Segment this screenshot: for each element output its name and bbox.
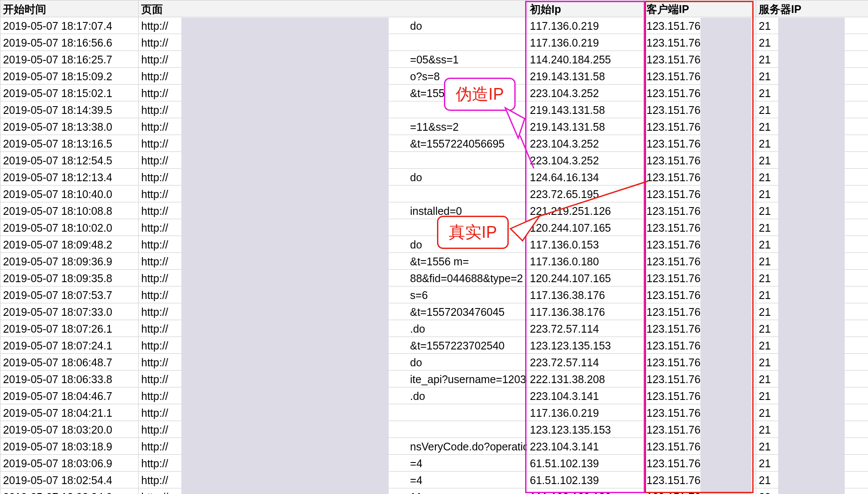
page-url-prefix: http:// bbox=[141, 289, 168, 301]
cell-start-time: 2019-05-07 18:10:40.0 bbox=[0, 186, 139, 202]
col-client-ip[interactable]: 客户端IP bbox=[644, 0, 756, 17]
cell-client-ip: 123.151.76 bbox=[644, 186, 756, 202]
cell-client-ip: 123.151.76 bbox=[644, 219, 756, 236]
table-row[interactable]: 2019-05-07 18:04:46.7http://.do223.104.3… bbox=[0, 387, 868, 404]
page-url-prefix: http:// bbox=[141, 171, 168, 183]
table-row[interactable]: 2019-05-07 18:07:53.7http://s=6117.136.3… bbox=[0, 286, 868, 303]
table-row[interactable]: 2019-05-07 18:14:39.5http://219.143.131.… bbox=[0, 101, 868, 118]
cell-initial-ip: 61.51.102.139 bbox=[527, 472, 644, 488]
cell-initial-ip: 114.240.184.255 bbox=[527, 51, 644, 68]
col-page[interactable]: 页面 bbox=[139, 0, 527, 17]
page-url-prefix: http:// bbox=[141, 340, 168, 352]
cell-server-ip: 21 bbox=[756, 51, 868, 68]
page-url-prefix: http:// bbox=[141, 323, 168, 335]
cell-server-ip: 21 bbox=[756, 17, 868, 34]
cell-start-time: 2019-05-07 18:10:02.0 bbox=[0, 219, 139, 236]
table-row[interactable]: 2019-05-07 18:06:33.8http://ite_api?user… bbox=[0, 371, 868, 387]
cell-start-time: 2019-05-07 18:09:36.9 bbox=[0, 253, 139, 270]
page-url-prefix: http:// bbox=[141, 222, 168, 234]
page-url-suffix: &t=1556 m= bbox=[410, 255, 469, 267]
cell-client-ip: 123.151.76 bbox=[644, 85, 756, 101]
table-row[interactable]: 2019-05-07 18:17:07.4http://do117.136.0.… bbox=[0, 17, 868, 34]
cell-client-ip: 123.151.76 bbox=[644, 303, 756, 320]
cell-page: http://=4 bbox=[139, 472, 527, 488]
page-url-prefix: http:// bbox=[141, 53, 168, 66]
table-row[interactable]: 2019-05-07 18:02:54.4http://=461.51.102.… bbox=[0, 472, 868, 488]
table-row[interactable]: 2019-05-07 18:10:40.0http://223.72.65.19… bbox=[0, 186, 868, 202]
cell-start-time: 2019-05-07 18:07:33.0 bbox=[0, 303, 139, 320]
cell-initial-ip: 219.143.131.58 bbox=[527, 68, 644, 85]
table-row[interactable]: 2019-05-07 18:07:24.1http://&t=155722370… bbox=[0, 337, 868, 354]
cell-initial-ip: 117.136.0.219 bbox=[527, 17, 644, 34]
cell-server-ip: 21 bbox=[756, 438, 868, 455]
cell-initial-ip: 222.131.38.208 bbox=[527, 371, 644, 387]
col-server-ip[interactable]: 服务器IP bbox=[756, 0, 868, 17]
cell-initial-ip: 117.136.0.180 bbox=[527, 253, 644, 270]
cell-start-time: 2019-05-07 18:14:39.5 bbox=[0, 101, 139, 118]
cell-initial-ip: 221.219.251.126 bbox=[527, 202, 644, 219]
table-row[interactable]: 2019-05-07 18:03:06.9http://=461.51.102.… bbox=[0, 455, 868, 472]
table-row[interactable]: 2019-05-07 18:07:33.0http://&t=155720347… bbox=[0, 303, 868, 320]
page-url-suffix: do bbox=[410, 20, 422, 32]
page-url-prefix: http:// bbox=[141, 474, 168, 486]
cell-server-ip: 21 bbox=[756, 387, 868, 404]
page-url-prefix: http:// bbox=[141, 239, 168, 251]
table-row[interactable]: 2019-05-07 18:02:34.0http://11111.193.12… bbox=[0, 488, 868, 494]
table-row[interactable]: 2019-05-07 18:16:56.6http://117.136.0.21… bbox=[0, 34, 868, 51]
table-row[interactable]: 2019-05-07 18:09:35.8http://88&fid=04468… bbox=[0, 270, 868, 286]
page-url-prefix: http:// bbox=[141, 390, 168, 402]
page-url-prefix: http:// bbox=[141, 491, 168, 494]
page-url-suffix: .do bbox=[410, 390, 425, 402]
cell-initial-ip: 117.136.0.219 bbox=[527, 404, 644, 421]
cell-page: http://&t=1556 m= bbox=[139, 253, 527, 270]
col-start-time[interactable]: 开始时间 bbox=[0, 0, 139, 17]
table-row[interactable]: 2019-05-07 18:12:54.5http://223.104.3.25… bbox=[0, 152, 868, 169]
page-url-prefix: http:// bbox=[141, 104, 168, 116]
page-url-suffix: =05&ss=1 bbox=[410, 53, 459, 66]
callout-real-ip: 真实IP bbox=[437, 216, 509, 249]
table-row[interactable]: 2019-05-07 18:16:25.7http://=05&ss=1114.… bbox=[0, 51, 868, 68]
cell-server-ip: 21 bbox=[756, 68, 868, 85]
page-url-suffix: &t=1557203476045 bbox=[410, 306, 505, 318]
table-row[interactable]: 2019-05-07 18:03:18.9http://nsVeryCode.d… bbox=[0, 438, 868, 455]
table-row[interactable]: 2019-05-07 18:04:21.1http://117.136.0.21… bbox=[0, 404, 868, 421]
table-row[interactable]: 2019-05-07 18:03:20.0http://123.123.135.… bbox=[0, 421, 868, 438]
cell-server-ip: 21 bbox=[756, 186, 868, 202]
cell-start-time: 2019-05-07 18:06:48.7 bbox=[0, 354, 139, 371]
cell-server-ip: 21 bbox=[756, 135, 868, 152]
cell-start-time: 2019-05-07 18:16:25.7 bbox=[0, 51, 139, 68]
table-row[interactable]: 2019-05-07 18:07:26.1http://.do223.72.57… bbox=[0, 320, 868, 337]
cell-client-ip: 123.151.76 bbox=[644, 236, 756, 253]
cell-start-time: 2019-05-07 18:12:13.4 bbox=[0, 169, 139, 186]
table-row[interactable]: 2019-05-07 18:10:02.0http://120.244.107.… bbox=[0, 219, 868, 236]
table-row[interactable]: 2019-05-07 18:13:38.0http://=11&ss=2219.… bbox=[0, 118, 868, 135]
cell-initial-ip: 111.193.129.186 bbox=[527, 488, 644, 494]
cell-server-ip: 21 bbox=[756, 337, 868, 354]
table-row[interactable]: 2019-05-07 18:12:13.4http://do124.64.16.… bbox=[0, 169, 868, 186]
col-initial-ip[interactable]: 初始Ip bbox=[527, 0, 644, 17]
table-row[interactable]: 2019-05-07 18:06:48.7http://do223.72.57.… bbox=[0, 354, 868, 371]
cell-client-ip: 123.151.76 bbox=[644, 438, 756, 455]
cell-initial-ip: 223.72.57.114 bbox=[527, 320, 644, 337]
cell-server-ip: 21 bbox=[756, 169, 868, 186]
table-row[interactable]: 2019-05-07 18:15:09.2http://o?s=8219.143… bbox=[0, 68, 868, 85]
table-row[interactable]: 2019-05-07 18:10:08.8http://installed=02… bbox=[0, 202, 868, 219]
cell-client-ip: 123.151.76 bbox=[644, 421, 756, 438]
cell-initial-ip: 117.136.0.219 bbox=[527, 34, 644, 51]
cell-start-time: 2019-05-07 18:09:35.8 bbox=[0, 270, 139, 286]
cell-client-ip: 123.151.76 bbox=[644, 135, 756, 152]
table-row[interactable]: 2019-05-07 18:09:36.9http://&t=1556 m=11… bbox=[0, 253, 868, 270]
page-url-suffix: =4 bbox=[410, 457, 423, 469]
cell-page: http://do bbox=[139, 17, 527, 34]
page-url-prefix: http:// bbox=[141, 154, 168, 167]
table-row[interactable]: 2019-05-07 18:15:02.1http://&t=15572223.… bbox=[0, 85, 868, 101]
table-row[interactable]: 2019-05-07 18:13:16.5http://&t=155722405… bbox=[0, 135, 868, 152]
cell-initial-ip: 120.244.107.165 bbox=[527, 219, 644, 236]
cell-server-ip: 21 bbox=[756, 354, 868, 371]
cell-client-ip: 123.151.76 bbox=[644, 202, 756, 219]
cell-client-ip: 123.151.76 bbox=[644, 320, 756, 337]
table-row[interactable]: 2019-05-07 18:09:48.2http://do117.136.0.… bbox=[0, 236, 868, 253]
cell-client-ip: 123.151.76 bbox=[644, 387, 756, 404]
cell-server-ip: 21 bbox=[756, 303, 868, 320]
cell-start-time: 2019-05-07 18:03:06.9 bbox=[0, 455, 139, 472]
